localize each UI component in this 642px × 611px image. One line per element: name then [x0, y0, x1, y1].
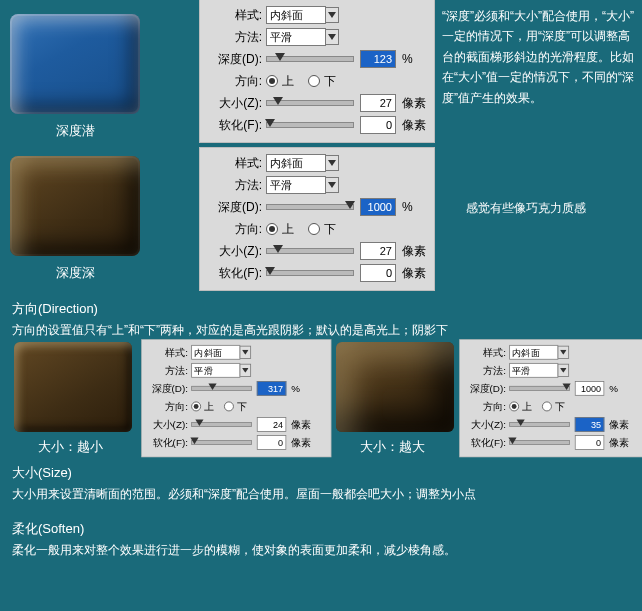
chevron-down-icon[interactable]	[325, 177, 339, 193]
style-select[interactable]: 内斜面	[266, 6, 326, 24]
unit-px: 像素	[609, 436, 629, 450]
method-select[interactable]: 平滑	[509, 363, 558, 378]
depth-slider[interactable]	[509, 386, 570, 391]
style-select[interactable]: 内斜面	[509, 345, 558, 360]
unit-percent: %	[402, 200, 413, 214]
text-size: 大小用来设置清晰面的范围。必须和“深度”配合使用。屋面一般都会吧大小；调整为小点	[12, 484, 632, 504]
direction-up-label: 上	[522, 399, 532, 413]
direction-down-radio[interactable]	[224, 402, 234, 412]
label-direction: 方向:	[206, 73, 262, 90]
depth-slider[interactable]	[266, 204, 354, 210]
depth-input[interactable]: 317	[257, 381, 287, 396]
bevel-panel-size-small: 样式:内斜面 方法:平滑 深度(D):317% 方向:上下 大小(Z):24像素…	[142, 340, 331, 456]
size-input[interactable]: 27	[360, 94, 396, 112]
soften-slider[interactable]	[266, 270, 354, 276]
direction-up-radio[interactable]	[191, 402, 201, 412]
heading-direction: 方向(Direction)	[12, 300, 98, 318]
size-input[interactable]: 24	[257, 417, 287, 432]
chevron-down-icon[interactable]	[558, 346, 569, 359]
direction-up-radio[interactable]	[509, 402, 519, 412]
label-soften: 软化(F):	[206, 265, 262, 282]
label-soften: 软化(F):	[147, 436, 188, 450]
label-depth: 深度(D):	[206, 199, 262, 216]
label-method: 方法:	[206, 29, 262, 46]
method-select[interactable]: 平滑	[266, 176, 326, 194]
size-input[interactable]: 35	[575, 417, 605, 432]
label-depth: 深度(D):	[147, 381, 188, 395]
size-slider[interactable]	[266, 100, 354, 106]
depth-input[interactable]: 123	[360, 50, 396, 68]
size-input[interactable]: 27	[360, 242, 396, 260]
caption-depth-deep: 深度深	[10, 264, 140, 282]
style-select[interactable]: 内斜面	[266, 154, 326, 172]
label-method: 方法:	[206, 177, 262, 194]
label-style: 样式:	[206, 7, 262, 24]
size-slider[interactable]	[266, 248, 354, 254]
chevron-down-icon[interactable]	[325, 155, 339, 171]
unit-px: 像素	[402, 265, 426, 282]
direction-up-radio[interactable]	[266, 75, 278, 87]
unit-px: 像素	[402, 243, 426, 260]
direction-down-label: 下	[324, 221, 336, 238]
soften-input[interactable]: 0	[257, 435, 287, 450]
unit-px: 像素	[291, 417, 311, 431]
label-style: 样式:	[465, 345, 506, 359]
soften-input[interactable]: 0	[360, 264, 396, 282]
label-style: 样式:	[206, 155, 262, 172]
unit-percent: %	[402, 52, 413, 66]
soften-slider[interactable]	[191, 440, 252, 445]
chevron-down-icon[interactable]	[240, 346, 251, 359]
size-slider[interactable]	[509, 422, 570, 427]
method-select[interactable]: 平滑	[191, 363, 240, 378]
preview-depth-deep	[10, 156, 140, 256]
chevron-down-icon[interactable]	[325, 7, 339, 23]
chevron-down-icon[interactable]	[558, 364, 569, 377]
caption-size-big: 大小：越大	[332, 438, 452, 456]
style-select[interactable]: 内斜面	[191, 345, 240, 360]
label-size: 大小(Z):	[147, 417, 188, 431]
caption-depth-shallow: 深度潜	[10, 122, 140, 140]
direction-down-radio[interactable]	[542, 402, 552, 412]
direction-down-radio[interactable]	[308, 75, 320, 87]
bevel-panel-shallow: 样式:内斜面 方法:平滑 深度(D):123% 方向:上下 大小(Z):27像素…	[200, 0, 434, 142]
soften-input[interactable]: 0	[360, 116, 396, 134]
bevel-panel-deep: 样式:内斜面 方法:平滑 深度(D):1000% 方向:上下 大小(Z):27像…	[200, 148, 434, 290]
direction-up-label: 上	[282, 221, 294, 238]
depth-slider[interactable]	[266, 56, 354, 62]
chevron-down-icon[interactable]	[240, 364, 251, 377]
depth-slider[interactable]	[191, 386, 252, 391]
label-direction: 方向:	[147, 399, 188, 413]
direction-down-label: 下	[237, 399, 247, 413]
label-size: 大小(Z):	[465, 417, 506, 431]
unit-px: 像素	[402, 95, 426, 112]
depth-input[interactable]: 1000	[575, 381, 605, 396]
label-method: 方法:	[465, 363, 506, 377]
soften-input[interactable]: 0	[575, 435, 605, 450]
description-depth: “深度”必须和“大小”配合使用，“大小”一定的情况下，用“深度”可以调整高台的截…	[442, 6, 634, 108]
bevel-panel-size-big: 样式:内斜面 方法:平滑 深度(D):1000% 方向:上下 大小(Z):35像…	[460, 340, 642, 456]
label-soften: 软化(F):	[465, 436, 506, 450]
unit-px: 像素	[291, 436, 311, 450]
unit-percent: %	[291, 383, 300, 394]
label-soften: 软化(F):	[206, 117, 262, 134]
direction-down-radio[interactable]	[308, 223, 320, 235]
label-style: 样式:	[147, 345, 188, 359]
label-method: 方法:	[147, 363, 188, 377]
direction-down-label: 下	[324, 73, 336, 90]
unit-px: 像素	[402, 117, 426, 134]
chevron-down-icon[interactable]	[325, 29, 339, 45]
label-size: 大小(Z):	[206, 243, 262, 260]
label-direction: 方向:	[206, 221, 262, 238]
label-depth: 深度(D):	[465, 381, 506, 395]
direction-up-radio[interactable]	[266, 223, 278, 235]
label-depth: 深度(D):	[206, 51, 262, 68]
soften-slider[interactable]	[509, 440, 570, 445]
heading-size: 大小(Size)	[12, 464, 72, 482]
soften-slider[interactable]	[266, 122, 354, 128]
size-slider[interactable]	[191, 422, 252, 427]
method-select[interactable]: 平滑	[266, 28, 326, 46]
heading-soften: 柔化(Soften)	[12, 520, 84, 538]
direction-up-label: 上	[282, 73, 294, 90]
unit-px: 像素	[609, 417, 629, 431]
depth-input[interactable]: 1000	[360, 198, 396, 216]
